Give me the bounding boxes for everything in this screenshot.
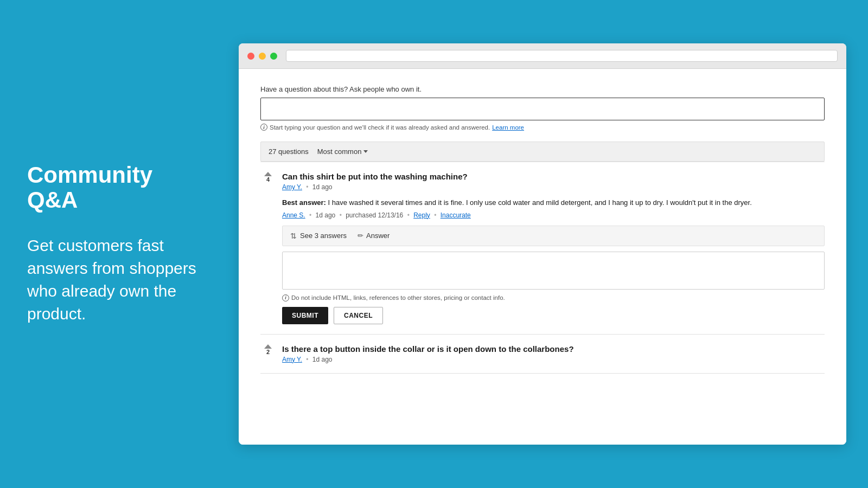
question-meta-2: Amy Y. • 1d ago — [282, 356, 825, 363]
vote-section-1: 4 — [260, 172, 276, 183]
page-description: Get customers fast answers from shoppers… — [27, 234, 201, 325]
answer-actions-bar-1: ⇅ See 3 answers ✏ Answer — [282, 226, 825, 246]
best-answer-prefix: Best answer: — [282, 198, 326, 207]
browser-window: Have a question about this? Ask people w… — [239, 43, 846, 445]
answered-ago-1: 1d ago — [316, 211, 336, 219]
answer-label: Answer — [366, 232, 390, 240]
vote-count-2: 2 — [266, 349, 270, 355]
qa-item-2: 2 Is there a top button inside the colla… — [260, 335, 825, 374]
browser-minimize-button[interactable] — [259, 53, 266, 60]
best-answer-section-1: Best answer: I have washed it several ti… — [282, 197, 825, 219]
browser-address-bar[interactable] — [286, 50, 838, 62]
hint-text: Start typing your question and we'll che… — [270, 124, 490, 131]
questions-count: 27 questions — [269, 147, 309, 156]
info-icon-2: i — [282, 294, 289, 301]
answer-buttons-1: SUBMIT CANCEL — [282, 307, 825, 324]
answer-button-1[interactable]: ✏ Answer — [358, 232, 390, 240]
ask-question-label: Have a question about this? Ask people w… — [260, 85, 825, 93]
info-icon: i — [260, 124, 267, 131]
answer-meta-1: Anne S. • 1d ago • purchased 12/13/16 • … — [282, 211, 825, 219]
textarea-hint-text: Do not include HTML, links, references t… — [291, 294, 505, 301]
asker-link-2[interactable]: Amy Y. — [282, 356, 302, 363]
left-panel: Community Q&A Get customers fast answers… — [0, 163, 228, 325]
best-answer-body: I have washed it several times and it is… — [326, 198, 752, 207]
question-title-1: Can this shirt be put into the washing m… — [282, 172, 825, 181]
browser-titlebar — [239, 43, 846, 69]
upvote-icon-2[interactable] — [264, 344, 272, 349]
answer-textarea-section-1: i Do not include HTML, links, references… — [282, 252, 825, 324]
answerer-link-1[interactable]: Anne S. — [282, 211, 305, 219]
see-answers-button-1[interactable]: ⇅ See 3 answers — [290, 232, 347, 240]
vote-section-2: 2 — [260, 344, 276, 355]
browser-content: Have a question about this? Ask people w… — [239, 69, 846, 445]
chevron-down-icon — [363, 150, 368, 153]
pencil-icon: ✏ — [358, 232, 363, 240]
submit-button[interactable]: SUBMIT — [282, 307, 328, 324]
learn-more-link[interactable]: Learn more — [492, 124, 524, 131]
question-body-2: Is there a top button inside the collar … — [282, 344, 825, 363]
ask-question-hint: i Start typing your question and we'll c… — [260, 124, 825, 131]
asker-link-1[interactable]: Amy Y. — [282, 183, 302, 191]
asked-ago-2: 1d ago — [312, 356, 333, 363]
questions-filter-bar: 27 questions Most common — [260, 142, 825, 162]
answer-textarea-1[interactable] — [282, 252, 825, 290]
see-answers-label: See 3 answers — [300, 232, 347, 240]
question-row-2: 2 Is there a top button inside the colla… — [260, 344, 825, 363]
page-title: Community Q&A — [27, 163, 201, 213]
asked-ago-1: 1d ago — [312, 183, 333, 191]
answer-textarea-hint-1: i Do not include HTML, links, references… — [282, 294, 825, 301]
best-answer-text-1: Best answer: I have washed it several ti… — [282, 197, 825, 208]
upvote-icon[interactable] — [264, 172, 272, 176]
sort-dropdown[interactable]: Most common — [317, 147, 368, 156]
question-title-2: Is there a top button inside the collar … — [282, 344, 825, 354]
browser-maximize-button[interactable] — [270, 53, 277, 60]
ask-question-section: Have a question about this? Ask people w… — [260, 85, 825, 131]
question-row-1: 4 Can this shirt be put into the washing… — [260, 172, 825, 191]
purchased-label-1: purchased 12/13/16 — [346, 211, 403, 219]
vote-count-1: 4 — [266, 176, 270, 183]
cancel-button[interactable]: CANCEL — [334, 307, 383, 324]
browser-close-button[interactable] — [247, 53, 254, 60]
question-meta-1: Amy Y. • 1d ago — [282, 183, 825, 191]
cycle-icon: ⇅ — [290, 232, 297, 240]
question-body-1: Can this shirt be put into the washing m… — [282, 172, 825, 191]
inaccurate-link-1[interactable]: Inaccurate — [441, 211, 471, 219]
qa-list: 4 Can this shirt be put into the washing… — [260, 162, 825, 374]
ask-question-input[interactable] — [260, 98, 825, 120]
sort-label: Most common — [317, 147, 362, 156]
reply-link-1[interactable]: Reply — [413, 211, 430, 219]
qa-item-1: 4 Can this shirt be put into the washing… — [260, 162, 825, 335]
